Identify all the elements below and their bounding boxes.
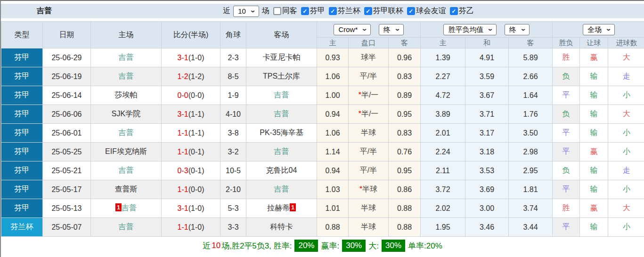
away-team-cell: 科特卡 [246,218,317,237]
match-count-select[interactable]: 10 ⌄ [233,6,259,17]
result-cell: 平 [553,180,580,199]
score-cell: 0-3(0-1) [162,161,220,180]
mean-away-cell: 3.44 [509,218,553,237]
fulltime-score: 3-1 [178,204,188,212]
away-odds-cell: 0.95 [389,161,421,180]
away-team-link[interactable]: 克鲁比04 [266,166,297,174]
home-team-link[interactable]: 吉普 [119,53,134,61]
filter-label-4: 球会友谊 [416,6,446,16]
handicap-result-value: 赢 [590,147,598,155]
mean-group-header: 胜平负均值 ⌄ 终 ⌄ [421,22,553,38]
away-odds-cell: 0.86 [389,180,421,199]
filter-checkbox-1[interactable]: ✓ [301,7,309,15]
goals-result-value: 小 [623,91,630,99]
home-team-link[interactable]: 查普斯 [115,185,138,193]
fulltime-score: 1-1 [178,223,188,231]
date-cell: 25-06-06 [43,105,91,124]
goals-result-cell: 走 [608,67,644,86]
handicap-result-value: 赢 [590,204,598,212]
matches-table: 类型 日期 主场 比分(半场) 角球 客场 Crow* ⌄ 终 ⌄ 胜平负均值 … [1,21,644,237]
goals-result-cell: 小 [608,143,644,161]
away-team-link[interactable]: 吉普 [274,91,289,99]
corner-cell: 3-2 [220,143,246,161]
filter-checkbox-2[interactable]: ✓ [329,7,337,15]
away-team-link[interactable]: PK-35海辛基 [260,128,303,137]
away-team-link[interactable]: TPS土尔库 [263,72,300,80]
home-team-link[interactable]: 吉普 [119,72,134,80]
handicap-value: 平/半 [360,166,377,174]
goals-result-value: 大 [623,204,630,212]
home-odds-cell: 0.88 [317,218,349,237]
halftime-score: (1-1) [188,110,204,118]
date-cell: 25-06-29 [43,48,91,67]
home-team-link[interactable]: 吉普 [122,204,137,212]
filter-label-1: 芬甲 [310,6,325,16]
mean-odds-select[interactable]: 胜平负均值 ⌄ [443,24,497,35]
result-value: 胜 [562,53,570,61]
mean-away-cell: 1.81 [509,180,553,199]
goals-result-cell: 大 [608,48,644,67]
handicap-result-cell: 赢 [580,48,608,67]
handicap-result-value: 输 [590,185,598,193]
halftime-score: (0-1) [188,148,204,156]
league-cell: 芬甲 [1,124,43,143]
handicap-cell: 半球 [349,124,389,143]
filter-checkbox-4[interactable]: ✓ [407,7,415,15]
scope-select[interactable]: 全场 ⌄ [583,24,615,35]
handicap-cell: 平/半 [349,161,389,180]
mean-home-cell: 2.02 [421,199,465,218]
home-team-link[interactable]: EIF埃克纳斯 [105,147,147,155]
home-odds-cell: 1.06 [317,124,349,143]
handicap-result-value: 输 [590,166,598,174]
goals-result-cell: 小 [608,180,644,199]
chevron-down-icon: ⌄ [250,6,256,15]
league-cell: 芬甲 [1,143,43,161]
handicap-cell: 平/半 [349,143,389,161]
bookmaker-select[interactable]: Crow* ⌄ [334,24,371,35]
home-team-link[interactable]: SJK学院 [112,110,140,118]
fulltime-score: 1-1 [178,129,188,137]
filter-checkbox-5[interactable]: ✓ [450,7,458,15]
home-team-link[interactable]: 吉普 [119,223,134,231]
handicap-cell: 半球 [349,218,389,237]
home-team-link[interactable]: 吉普 [119,166,134,174]
away-team-link[interactable]: 吉普 [274,185,289,193]
mean-time-select[interactable]: 终 ⌄ [505,24,530,35]
filter-checkbox-3[interactable]: ✓ [364,7,372,15]
filter-checkbox-0[interactable] [273,7,281,15]
score-cell: 1-1(0-1) [162,143,220,161]
mean-draw-cell: 3.59 [465,67,509,86]
home-team-cell: 查普斯 [91,180,162,199]
odds-time-select[interactable]: 终 ⌄ [379,24,404,35]
home-team-link[interactable]: 吉普 [119,128,134,137]
away-team-link[interactable]: 吉普 [274,110,289,118]
home-team-link[interactable]: 莎埃帕 [115,91,138,99]
handicap-result-value: 赢 [590,53,598,61]
mean-away-cell: 1.76 [509,105,553,124]
fulltime-score: 0-3 [178,167,188,175]
corner-cell: 3-8 [220,124,246,143]
rate-badge: 20% [294,240,318,252]
league-cell: 芬甲 [1,105,43,124]
away-team-cell: 吉普 [246,86,317,105]
home-odds-cell: 1.00 [317,86,349,105]
subcol-mean-home: 主 [421,38,465,48]
handicap-result-value: 输 [590,91,598,99]
handicap-value: 半球 [361,128,376,137]
league-cell: 芬甲 [1,48,43,67]
fulltime-score: 1-1 [178,185,188,193]
away-team-link[interactable]: 吉普 [274,147,289,155]
home-odds-cell: 1.06 [317,67,349,86]
away-team-link[interactable]: 卡亚尼卡帕 [263,53,301,61]
away-team-link[interactable]: 科特卡 [270,223,293,231]
corner-cell: 1-9 [220,86,246,105]
subcol-goals: 进球数 [608,38,644,48]
corner-cell: 4-10 [220,105,246,124]
home-odds-cell: 1.03 [317,180,349,199]
games-label: 场 [262,6,269,16]
mean-draw-cell: 3.00 [465,199,509,218]
mean-away-cell: 1.64 [509,86,553,105]
away-team-link[interactable]: 拉赫蒂 [267,204,290,212]
handicap-cell: 球半 [349,48,389,67]
fulltime-score: 1-2 [178,72,188,80]
